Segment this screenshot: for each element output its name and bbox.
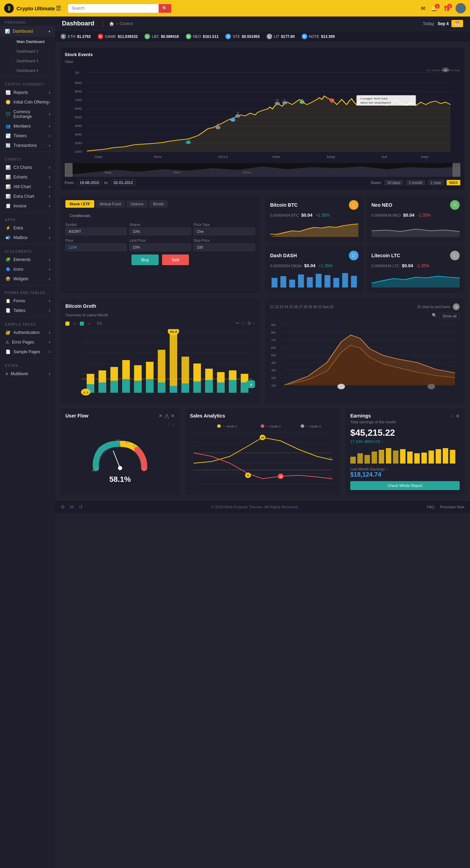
notification-icon[interactable]: 🔔1 bbox=[431, 5, 438, 12]
uf-download-icon[interactable]: ↓ bbox=[173, 422, 175, 427]
symbol-group: Symbol bbox=[65, 223, 127, 235]
shares-input[interactable] bbox=[129, 228, 191, 235]
sidebar-item-dashboard3[interactable]: Dashboard 3 bbox=[0, 56, 55, 66]
uf-expand-btn[interactable]: ⋀ bbox=[165, 413, 169, 419]
sidebar-item-currency-exchange[interactable]: 💱 Currency Exchange › bbox=[0, 107, 55, 121]
purchase-link[interactable]: Purchase Now bbox=[440, 505, 464, 509]
zoom-10days-btn[interactable]: 10 days bbox=[384, 180, 403, 185]
to-label: to: bbox=[104, 181, 108, 185]
earnings-card: Earnings ○ ⚙ Total earnings of the month… bbox=[345, 408, 464, 495]
sidebar-item-icons[interactable]: 🔷 Icons › bbox=[0, 264, 55, 274]
sidebar-item-tickers[interactable]: 📉 Tickers › bbox=[0, 131, 55, 141]
zoom-1year-btn[interactable]: 1 year bbox=[428, 180, 444, 185]
transactions-icon: 🔄 bbox=[6, 143, 11, 148]
chart-bar-icon[interactable]: ⬚ bbox=[242, 321, 245, 326]
calendar-button[interactable]: 📅 bbox=[451, 20, 463, 27]
earnings-action-2[interactable]: ⚙ bbox=[456, 414, 460, 419]
gift-icon[interactable]: 🎁2 bbox=[443, 5, 450, 12]
svg-rect-95 bbox=[110, 381, 118, 393]
tables-icon: 📑 bbox=[6, 308, 11, 313]
svg-point-35 bbox=[235, 114, 240, 118]
sidebar-item-echarts[interactable]: 📊 Echarts › bbox=[0, 172, 55, 182]
sidebar-item-elements[interactable]: 🧩 Elements › bbox=[0, 255, 55, 264]
sidebar-item-tables[interactable]: 📑 Tables › bbox=[0, 306, 55, 315]
sidebar-item-members[interactable]: 👥 Members › bbox=[0, 121, 55, 131]
sidebar-item-ico[interactable]: 🪙 Initial Coin Offering › bbox=[0, 97, 55, 107]
limit-price-input[interactable] bbox=[129, 243, 191, 251]
chart-line-icon[interactable]: 〜 bbox=[235, 321, 239, 326]
mail-icon[interactable]: ✉ bbox=[421, 5, 425, 12]
sidebar-item-forms[interactable]: 📋 Forms › bbox=[0, 296, 55, 306]
sidebar-item-extra-chart[interactable]: 📊 Extra Chart › bbox=[0, 192, 55, 201]
search-button[interactable]: 🔍 bbox=[159, 4, 171, 13]
sidebar-item-mailbox[interactable]: 📬 Mailbox › bbox=[0, 233, 55, 242]
sidebar-item-am-chart[interactable]: 📊 AM Chart › bbox=[0, 182, 55, 192]
buy-button[interactable]: Buy bbox=[131, 254, 158, 265]
lit-price: $177.80 bbox=[281, 34, 295, 39]
sidebar-item-dashboard4[interactable]: Dashboard 4 bbox=[0, 66, 55, 75]
svg-rect-94 bbox=[98, 382, 106, 393]
uf-close-btn[interactable]: ✕ bbox=[159, 413, 163, 419]
sidebar-item-extra[interactable]: ⚡ Extra › bbox=[0, 223, 55, 233]
app-logo: ₿ Crypto Ultimate bbox=[4, 3, 56, 13]
zoom-1month-btn[interactable]: 1 month bbox=[406, 180, 425, 185]
footer-refresh-icon[interactable]: ↺ bbox=[79, 504, 83, 510]
show-all-btn[interactable]: Show all bbox=[439, 313, 460, 319]
growth-subtitle: Overview of Latest Month bbox=[65, 313, 255, 317]
sidebar-item-multilevel[interactable]: ≡ Multilevel › bbox=[0, 369, 55, 379]
sidebar-item-error-pages[interactable]: ⚠ Error Pages › bbox=[0, 337, 55, 347]
dash-usd: $0.04 bbox=[304, 263, 316, 268]
am-chart-actions: JS chart by amCharts a bbox=[417, 303, 460, 310]
sidebar-item-main-dashboard[interactable]: Main Dashboard bbox=[0, 37, 55, 46]
chart-value-label: Value bbox=[65, 60, 460, 64]
tab-stock-etf[interactable]: Stock / ETF bbox=[65, 200, 94, 208]
breadcrumb-separator: › bbox=[116, 21, 118, 26]
user-avatar[interactable]: 👤 bbox=[456, 3, 466, 13]
sidebar-item-authentication[interactable]: 🔐 Authentication › bbox=[0, 328, 55, 337]
zoom-max-btn[interactable]: MAX bbox=[447, 180, 460, 185]
sample-pages-section-label: SAMPLE PAGES bbox=[0, 318, 55, 328]
search-input[interactable] bbox=[68, 4, 159, 13]
sidebar-item-invoice[interactable]: 🧾 Invoice › bbox=[0, 201, 55, 211]
error-icon: ⚠ bbox=[6, 340, 9, 345]
sell-button[interactable]: Sell bbox=[162, 254, 189, 265]
sidebar-item-dashboard[interactable]: 📊 Dashboard ▾ bbox=[0, 26, 55, 37]
sidebar-item-c3-charts[interactable]: 📊 C3 Charts › bbox=[0, 163, 55, 172]
check-report-btn[interactable]: Check Whole Report bbox=[350, 481, 460, 490]
faq-link[interactable]: FAQ bbox=[427, 505, 434, 509]
tab-mutual-fund[interactable]: Mutual Fund bbox=[96, 200, 125, 208]
legend-value: 0.0 bbox=[97, 322, 102, 325]
uf-menu-btn[interactable]: ✕ bbox=[171, 413, 175, 419]
price-type-input[interactable] bbox=[194, 228, 255, 235]
footer-settings-icon[interactable]: ⚙ bbox=[61, 504, 65, 510]
price-input[interactable] bbox=[65, 243, 127, 251]
tab-options[interactable]: Options bbox=[126, 200, 148, 208]
svg-rect-179 bbox=[421, 453, 427, 464]
sidebar-item-reports[interactable]: 📈 Reports › bbox=[0, 88, 55, 97]
chart-pie-icon[interactable]: ◎ bbox=[247, 321, 251, 326]
sidebar-item-transactions[interactable]: 🔄 Transactions › bbox=[0, 141, 55, 150]
sidebar-item-widgets[interactable]: 📦 Widgets › bbox=[0, 274, 55, 284]
svg-text:10: 10 bbox=[271, 384, 276, 387]
sidebar-item-dashboard2[interactable]: Dashboard 2 bbox=[0, 46, 55, 56]
breadcrumb-parent: Control bbox=[120, 21, 133, 26]
earnings-action-1[interactable]: ○ bbox=[451, 414, 454, 419]
symbol-input[interactable] bbox=[65, 228, 127, 235]
svg-point-135 bbox=[143, 467, 145, 469]
tab-bonds[interactable]: Bonds bbox=[149, 200, 168, 208]
chart-download-icon[interactable]: ↓ bbox=[253, 321, 255, 326]
footer-mail-icon[interactable]: ✉ bbox=[70, 504, 74, 510]
chart-navigator[interactable]: Sep Nov 2011 bbox=[65, 163, 460, 177]
crypto-cards-grid: Bitcoin BTC ₿ 0.00000434 BTC $0.04 +1.35… bbox=[265, 195, 464, 293]
sidebar-item-sample-pages[interactable]: 📄 Sample Pages › bbox=[0, 347, 55, 357]
stop-price-input[interactable] bbox=[194, 243, 255, 251]
svg-text:L: L bbox=[284, 98, 286, 101]
tab-conditionals[interactable]: Conditionals bbox=[65, 212, 95, 219]
last-month-arrow: ↑ bbox=[386, 467, 388, 471]
svg-text:-2: -2 bbox=[279, 475, 282, 478]
uf-upload-icon[interactable]: ↑ bbox=[168, 422, 170, 427]
arrow-icon: › bbox=[49, 194, 50, 199]
svg-rect-64 bbox=[316, 274, 322, 287]
menu-icon[interactable]: ☰ bbox=[56, 4, 61, 12]
apps-section-label: APPS bbox=[0, 214, 55, 223]
